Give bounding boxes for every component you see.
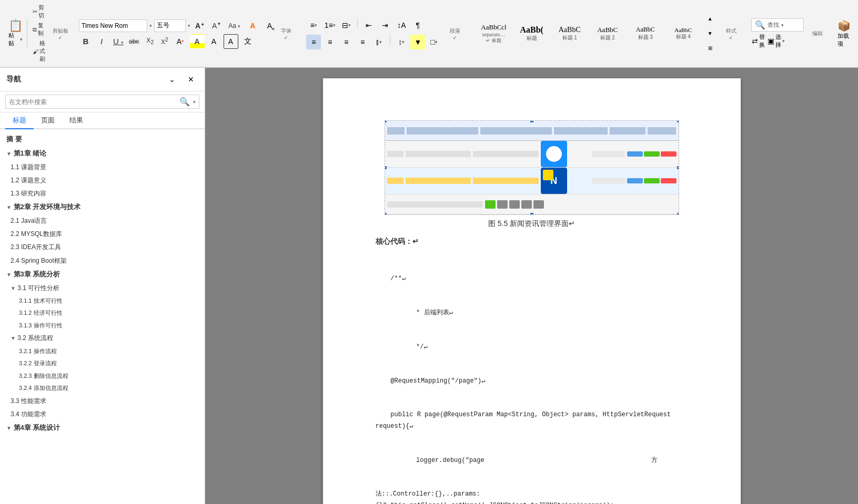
font-dropdown-arrow[interactable]: ▾ [149, 23, 152, 28]
underline-button[interactable]: U ▾ [110, 35, 124, 47]
doc-area[interactable]: N [205, 68, 858, 504]
styles-more[interactable]: ⊞ [703, 41, 718, 56]
outline-3-2-4[interactable]: 3.2.4 添加信息流程 [0, 382, 205, 395]
columns-button[interactable]: ⫿▾ [371, 35, 386, 49]
italic-button[interactable]: I [95, 35, 108, 47]
outline-3-2[interactable]: ▼ 3.2 系统流程 [0, 332, 205, 345]
style-expand[interactable]: ↙ [729, 35, 733, 40]
text-effects-button[interactable]: A [245, 18, 260, 33]
align-left-button[interactable]: ≡ [306, 35, 321, 49]
justify-button[interactable]: ≡ [355, 35, 370, 49]
resize-handle-tc[interactable] [530, 120, 533, 122]
phonetic-button[interactable]: 文 [240, 34, 255, 49]
outline-2-2[interactable]: 2.2 MYSQL数据库 [0, 228, 205, 241]
nav-close-button[interactable]: ✕ [184, 72, 198, 87]
resize-handle-ml[interactable] [385, 166, 387, 169]
outline-2-3[interactable]: 2.3 IDEA开发工具 [0, 241, 205, 254]
show-hide-button[interactable]: ¶ [410, 18, 425, 33]
outline-1-3[interactable]: 1.3 研究内容 [0, 187, 205, 200]
style-h4[interactable]: AaBbC 标题 3 [627, 23, 664, 44]
highlight-color-button[interactable]: A [190, 34, 205, 49]
outline-1-2[interactable]: 1.2 课题意义 [0, 174, 205, 187]
strikethrough-button[interactable]: abc [126, 36, 142, 47]
paste-group[interactable]: 📋 粘贴 ▾ [4, 19, 27, 48]
font-color-button[interactable]: A▾ [173, 34, 188, 49]
outline-3-2-3[interactable]: 3.2.3 删除信息流程 [0, 370, 205, 383]
format-button[interactable]: 🖌 格式刷 [32, 39, 46, 64]
select-button[interactable]: ▣ 选择 ▾ [769, 34, 784, 48]
size-dropdown-arrow[interactable]: ▾ [188, 23, 190, 28]
resize-handle-tl[interactable] [385, 120, 387, 122]
clear-format-button[interactable]: A✕ [262, 18, 277, 33]
outline-abstract[interactable]: 摘 要 [0, 132, 205, 147]
outline-ch2[interactable]: ▼ 第2章 开发环境与技术 [0, 200, 205, 214]
font-name-input[interactable] [79, 19, 147, 32]
shrink-font-button[interactable]: A▼ [209, 20, 224, 32]
nav-tab-results[interactable]: 结果 [62, 112, 90, 129]
outline-ch4[interactable]: ▼ 第4章 系统设计 [0, 421, 205, 435]
clipboard-expand[interactable]: ↙ [58, 35, 63, 40]
style-h3[interactable]: AaBbC 标题 2 [589, 23, 626, 44]
resize-handle-br[interactable] [677, 213, 679, 215]
style-h2[interactable]: AaBbC 标题 1 [551, 23, 588, 44]
resize-handle-bc[interactable] [530, 213, 533, 215]
align-right-button[interactable]: ≡ [339, 35, 354, 49]
superscript-button[interactable]: X2 [158, 35, 171, 47]
outline-2-4[interactable]: 2.4 Spring Boot框架 [0, 254, 205, 268]
nav-tab-pages[interactable]: 页面 [34, 112, 62, 129]
outline-2-1[interactable]: 2.1 Java语言 [0, 214, 205, 228]
figure-image[interactable]: N [385, 120, 679, 215]
resize-handle-bl[interactable] [385, 213, 387, 215]
numbering-button[interactable]: 1≡▾ [322, 18, 337, 33]
subscript-button[interactable]: X2 [144, 35, 156, 47]
cut-button[interactable]: ✂ 剪切 [32, 3, 46, 20]
addons-label: 加载项 [837, 32, 851, 48]
outline-3-4[interactable]: 3.4 功能需求 [0, 408, 205, 421]
styles-up[interactable]: ▲ [703, 12, 718, 26]
style-h1[interactable]: AaBb( 标题 [513, 23, 550, 45]
align-center-button[interactable]: ≡ [322, 35, 337, 49]
line-spacing-button[interactable]: ↕▾ [394, 35, 409, 49]
outline-3-1-3[interactable]: 3.1.3 操作可行性 [0, 320, 205, 332]
bullets-button[interactable]: ≡▾ [306, 18, 321, 33]
outline-ch3[interactable]: ▼ 第3章 系统分析 [0, 268, 205, 282]
replace-button[interactable]: ⇄ 替换 [751, 34, 766, 48]
decrease-indent-button[interactable]: ⇤ [361, 18, 376, 33]
outline-3-3[interactable]: 3.3 性能需求 [0, 395, 205, 408]
sort-button[interactable]: ↕A [394, 18, 409, 33]
bold-button[interactable]: B [79, 35, 93, 47]
font-expand[interactable]: ↙ [284, 35, 288, 40]
nav-search-dropdown[interactable]: ▾ [193, 99, 196, 105]
copy-button[interactable]: ⧉ 复制 [32, 21, 46, 38]
shading-button[interactable]: ▼ [410, 35, 425, 49]
nav-tab-headings[interactable]: 标题 [5, 112, 34, 129]
select-dropdown[interactable]: ▾ [782, 38, 785, 44]
outline-ch1[interactable]: ▼ 第1章 绪论 [0, 147, 205, 161]
multilevel-button[interactable]: ⊟▾ [339, 18, 354, 33]
nav-search-icon[interactable]: 🔍 [179, 97, 190, 107]
para-expand[interactable]: ↙ [453, 35, 457, 40]
outline-3-1[interactable]: ▼ 3.1 可行性分析 [0, 282, 205, 295]
outline-1-1[interactable]: 1.1 课题背景 [0, 161, 205, 174]
case-button[interactable]: Aa ▾ [226, 20, 243, 31]
outline-3-2-2[interactable]: 3.2.2 登录流程 [0, 357, 205, 370]
increase-indent-button[interactable]: ⇥ [378, 18, 392, 33]
grow-font-button[interactable]: A▲ [193, 20, 207, 32]
font-size-input[interactable] [154, 19, 186, 32]
styles-down[interactable]: ▼ [703, 26, 718, 41]
search-dropdown[interactable]: ▾ [781, 23, 784, 28]
border-button[interactable]: □▾ [427, 35, 441, 49]
style-separator[interactable]: AaBbCcl separato… ↵ 标题 [475, 20, 512, 47]
outline-3-2-1[interactable]: 3.2.1 操作流程 [0, 345, 205, 358]
style-h5[interactable]: AaBbC 标题 4 [665, 24, 702, 43]
char-border-button[interactable]: A [224, 34, 238, 49]
resize-handle-tr[interactable] [677, 120, 679, 122]
nav-collapse-button[interactable]: ⌄ [165, 72, 179, 87]
nav-search-input[interactable] [9, 98, 176, 106]
char-shading-button[interactable]: A [207, 34, 221, 49]
outline-3-1-2[interactable]: 3.1.2 经济可行性 [0, 307, 205, 320]
code-block[interactable]: /**↵ * 后端列表↵ */↵ @RequestMapping("/page"… [376, 251, 688, 504]
paste-dropdown[interactable]: ▾ [20, 37, 23, 42]
outline-3-1-1[interactable]: 3.1.1 技术可行性 [0, 295, 205, 307]
resize-handle-mr[interactable] [677, 166, 679, 169]
